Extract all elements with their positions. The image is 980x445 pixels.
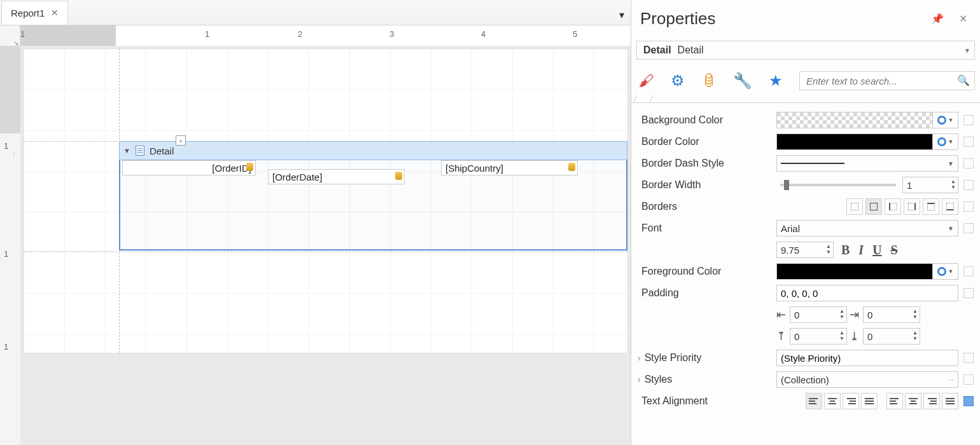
panel-title: Properties: [640, 9, 920, 29]
element-selector[interactable]: Detail Detail ▼: [636, 41, 975, 60]
align-top-center-button[interactable]: [824, 393, 841, 409]
label-border-width: Border Width: [638, 179, 771, 191]
reset-button[interactable]: [963, 180, 974, 190]
strikeout-button[interactable]: S: [891, 243, 898, 257]
pad-bottom-icon: ⤓: [850, 329, 859, 343]
border-color-picker[interactable]: ▼: [776, 134, 958, 150]
reset-button[interactable]: [963, 158, 974, 168]
reset-button[interactable]: [963, 115, 974, 125]
ruler-tick: 5: [573, 29, 577, 39]
misc-category-icon[interactable]: 🔧: [733, 72, 752, 90]
pad-top-spin[interactable]: 0▲▼: [790, 328, 847, 345]
reset-button[interactable]: [963, 396, 974, 406]
tabstrip-overflow-icon[interactable]: ▾: [619, 9, 631, 25]
pad-left-value: 0: [794, 310, 799, 320]
vruler-tick: 1: [4, 249, 8, 259]
close-tab-icon[interactable]: ✕: [51, 8, 59, 18]
border-none-button[interactable]: [846, 198, 863, 215]
pad-left-icon: ⇤: [776, 308, 786, 322]
label-styles[interactable]: Styles: [638, 374, 771, 385]
border-top-button[interactable]: [923, 198, 939, 215]
foreground-color-picker[interactable]: ▼: [776, 263, 958, 280]
border-dash-select[interactable]: ▼: [776, 155, 958, 172]
pad-bottom-spin[interactable]: 0▲▼: [863, 328, 920, 345]
pad-right-spin[interactable]: 0▲▼: [863, 306, 920, 323]
report-page[interactable]: ▼ Detail › [OrderID] [OrderDate]: [23, 48, 628, 353]
bold-button[interactable]: B: [841, 243, 850, 257]
align-top-justify-button[interactable]: [861, 393, 878, 409]
styles-value: (Collection): [781, 374, 829, 385]
reset-button[interactable]: [963, 353, 974, 363]
reset-button[interactable]: [963, 202, 974, 212]
border-width-slider[interactable]: [780, 184, 896, 186]
collapse-icon[interactable]: ▼: [123, 147, 130, 154]
ellipsis-icon: ⋯: [948, 376, 954, 383]
reset-button[interactable]: [963, 288, 974, 298]
appearance-category-icon[interactable]: 🖌: [639, 72, 654, 90]
background-color-picker[interactable]: ▼: [776, 112, 958, 128]
reset-button[interactable]: [963, 137, 974, 147]
style-priority-input[interactable]: [776, 350, 958, 366]
pad-right-icon: ⇥: [850, 308, 859, 322]
detail-band-icon: [136, 146, 144, 156]
label-borders: Borders: [638, 201, 771, 212]
align-mid-justify-button[interactable]: [942, 393, 958, 409]
field-shipcountry[interactable]: [ShipCountry]: [441, 160, 578, 175]
vertical-ruler[interactable]: 1 ⋮ 1 1: [0, 46, 20, 445]
font-name-value: Arial: [781, 223, 800, 234]
border-all-button[interactable]: [865, 198, 882, 215]
detail-band-body[interactable]: [OrderID] [OrderDate] [ShipCountry]: [119, 160, 627, 250]
pad-bottom-value: 0: [867, 331, 872, 342]
field-text: [OrderDate]: [272, 172, 322, 182]
styles-collection-button[interactable]: (Collection) ⋯: [776, 371, 958, 388]
border-bottom-button[interactable]: [942, 198, 958, 215]
label-padding: Padding: [638, 287, 771, 299]
property-search-input[interactable]: [799, 71, 975, 90]
align-top-left-button[interactable]: [806, 393, 822, 409]
ruler-tick: 2: [298, 29, 302, 39]
border-left-button[interactable]: [885, 198, 901, 215]
reset-button[interactable]: [963, 266, 974, 277]
chevron-down-icon: ▼: [948, 225, 954, 232]
detail-band-header[interactable]: ▼ Detail ›: [119, 141, 627, 160]
pad-left-spin[interactable]: 0▲▼: [790, 306, 847, 323]
tab-title: Report1: [11, 8, 45, 18]
pin-icon[interactable]: 📌: [927, 10, 948, 27]
tab-report1[interactable]: Report1 ✕: [1, 1, 68, 25]
padding-input[interactable]: [776, 285, 958, 301]
horizontal-ruler[interactable]: 1 1 2 3 4 5: [20, 25, 631, 46]
field-orderdate[interactable]: [OrderDate]: [268, 169, 405, 184]
behavior-category-icon[interactable]: ⚙: [671, 72, 685, 90]
label-style-priority[interactable]: Style Priority: [638, 352, 771, 364]
smart-tag-icon[interactable]: ›: [176, 135, 186, 146]
color-ring-icon: [937, 137, 946, 146]
font-family-select[interactable]: Arial ▼: [776, 220, 958, 236]
border-right-button[interactable]: [904, 198, 920, 215]
reset-button[interactable]: [963, 374, 974, 385]
barrel-icon: [395, 172, 402, 180]
underline-button[interactable]: U: [872, 243, 881, 257]
pad-top-icon: ⤒: [776, 329, 786, 343]
color-ring-icon: [937, 267, 946, 276]
spin-value: 1: [907, 180, 912, 191]
chevron-down-icon: ▼: [964, 47, 970, 54]
data-category-icon[interactable]: 🛢: [701, 72, 717, 90]
close-icon[interactable]: ✕: [955, 10, 971, 27]
label-foreground-color: Foreground Color: [638, 266, 771, 277]
reset-button[interactable]: [963, 223, 974, 233]
border-width-spin[interactable]: 1 ▲▼: [902, 177, 958, 193]
color-ring-icon: [937, 116, 946, 125]
label-border-color: Border Color: [638, 136, 771, 147]
favorites-category-icon[interactable]: ★: [769, 72, 783, 90]
selector-type: Detail: [643, 44, 671, 56]
align-mid-left-button[interactable]: [886, 393, 903, 409]
vruler-tick: 1: [4, 342, 8, 352]
font-size-spin[interactable]: 9.75 ▲▼: [776, 242, 834, 258]
ruler-corner: [0, 25, 20, 46]
pad-top-value: 0: [794, 331, 799, 342]
italic-button[interactable]: I: [858, 243, 864, 257]
align-mid-center-button[interactable]: [905, 393, 921, 409]
field-orderid[interactable]: [OrderID]: [122, 160, 256, 175]
align-mid-right-button[interactable]: [923, 393, 940, 409]
align-top-right-button[interactable]: [843, 393, 859, 409]
